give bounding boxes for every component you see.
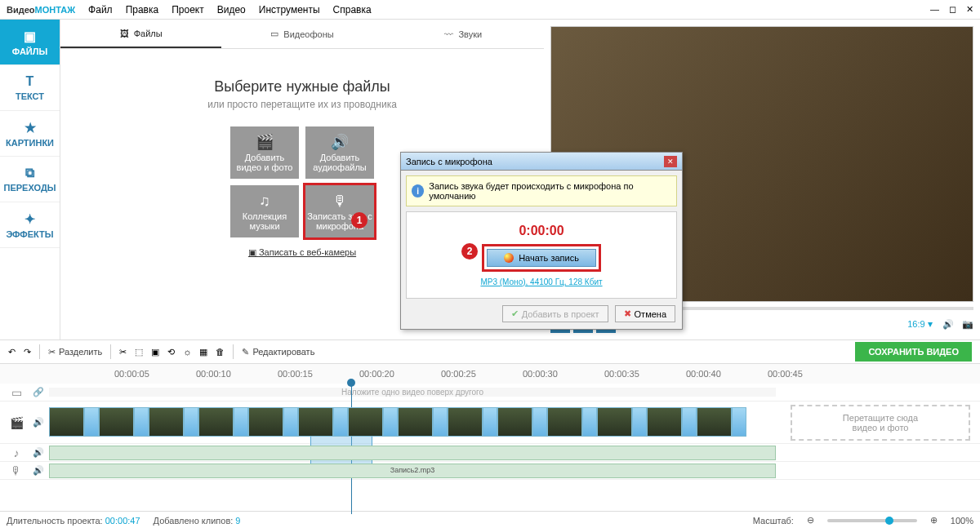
menu-video[interactable]: Видео — [217, 4, 246, 16]
link-icon[interactable]: 🔗 — [33, 387, 49, 397]
record-mic-tile[interactable]: 🎙Записать звук с микрофона — [305, 185, 374, 237]
zoom-slider[interactable] — [827, 519, 917, 522]
menu-tools[interactable]: Инструменты — [259, 4, 320, 16]
record-timer: 0:00:00 — [519, 224, 564, 238]
transition[interactable] — [532, 407, 547, 437]
format-link[interactable]: MP3 (Моно), 44100 Гц, 128 Кбит — [480, 277, 602, 286]
cut-icon[interactable]: ✂ — [119, 347, 127, 357]
undo-icon[interactable]: ↶ — [8, 347, 16, 357]
sidebar-pictures[interactable]: ★КАРТИНКИ — [0, 111, 60, 157]
choose-files-sub: или просто перетащите их из проводника — [207, 99, 397, 110]
transition[interactable] — [184, 407, 198, 437]
aspect-ratio[interactable]: 16:9 ▾ — [907, 318, 933, 330]
sidebar-files[interactable]: ▣ФАЙЛЫ — [0, 20, 60, 65]
clip[interactable]: 2,0 — [647, 407, 682, 437]
menu-edit[interactable]: Правка — [126, 4, 159, 16]
overlay-drop-hint[interactable]: Наложите одно видео поверх другого — [49, 388, 776, 397]
clip[interactable]: 2,0 — [348, 407, 383, 437]
audio-clip[interactable] — [49, 446, 776, 460]
clip[interactable]: 2,0 — [497, 407, 532, 437]
transition[interactable] — [383, 407, 398, 437]
crop-icon[interactable]: ⬚ — [135, 347, 143, 357]
save-video-button[interactable]: СОХРАНИТЬ ВИДЕО — [855, 342, 972, 362]
timeline-ruler[interactable]: 00:00:05 00:00:10 00:00:15 00:00:20 00:0… — [0, 364, 980, 384]
clip[interactable]: 2,0 — [597, 407, 632, 437]
picture-icon: 🖼 — [120, 29, 129, 38]
cancel-icon: ✖ — [624, 308, 631, 319]
menu-help[interactable]: Справка — [333, 4, 372, 16]
minimize-icon[interactable]: — — [930, 4, 939, 15]
mic-track-icon: 🎙 — [0, 464, 33, 477]
volume-icon[interactable]: 🔊 — [942, 319, 954, 330]
clips-count-label: Добавлено клипов: 9 — [154, 516, 241, 526]
start-record-button[interactable]: Начать запись — [487, 249, 596, 267]
clip[interactable]: 2,0 — [198, 407, 234, 437]
rotate-icon[interactable]: ⟲ — [167, 347, 175, 357]
transition[interactable] — [134, 407, 149, 437]
redo-icon[interactable]: ↷ — [24, 347, 31, 357]
snapshot-icon[interactable]: 📷 — [962, 319, 973, 330]
clip[interactable]: 2,0 — [99, 407, 134, 437]
transition[interactable] — [333, 407, 348, 437]
tab-backgrounds[interactable]: ▭Видеофоны — [221, 20, 382, 48]
zoom-in-button[interactable]: ⊕ — [930, 515, 938, 526]
grid-icon[interactable]: ▦ — [199, 347, 207, 357]
record-webcam-link[interactable]: ▣ Записать с веб-камеры — [248, 247, 356, 258]
speaker-icon[interactable]: 🔊 — [33, 447, 49, 458]
video-clips-track[interactable]: 2,0 2,0 2,0 2,0 2,0 2,0 2,0 2,0 2,0 2,0 … — [49, 407, 791, 438]
video-drop-zone[interactable]: Перетащите сюдавидео и фото — [791, 405, 970, 441]
clip[interactable]: 2,0 — [149, 407, 184, 437]
clip[interactable]: 2,0 — [547, 407, 582, 437]
sidebar-transitions[interactable]: ⧉ПЕРЕХОДЫ — [0, 157, 60, 202]
trash-icon[interactable]: 🗑 — [216, 347, 225, 357]
transition[interactable] — [732, 407, 746, 437]
music-collection-tile[interactable]: ♫Коллекция музыки — [230, 185, 299, 237]
add-to-project-button[interactable]: ✔Добавить в проект — [502, 305, 608, 322]
edit-icon: ✎ — [242, 347, 249, 357]
close-icon[interactable]: ✕ — [966, 4, 973, 15]
transition[interactable] — [283, 407, 298, 437]
transition[interactable] — [234, 407, 248, 437]
choose-files-title: Выберите нужные файлы — [214, 78, 390, 95]
zoom-out-button[interactable]: ⊖ — [807, 515, 814, 526]
clapper-icon: 🎬 — [256, 133, 274, 151]
edit-button[interactable]: ✎Редактировать — [242, 347, 314, 357]
clip[interactable]: 2,0 — [248, 407, 283, 437]
sidebar-text[interactable]: TТЕКСТ — [0, 65, 60, 111]
film-icon: ▭ — [270, 29, 278, 39]
frame-icon[interactable]: ▣ — [151, 347, 159, 357]
mic-icon: 🎙 — [332, 193, 347, 210]
transition[interactable] — [582, 407, 597, 437]
transition[interactable] — [433, 407, 448, 437]
add-video-photo-tile[interactable]: 🎬Добавить видео и фото — [230, 126, 299, 179]
clip[interactable]: 2,0 — [697, 407, 732, 437]
app-logo: ВидеоМОНТАЖ — [7, 3, 75, 16]
transition[interactable] — [682, 407, 697, 437]
record-mic-dialog: Запись с микрофона✕ iЗапись звука будет … — [400, 152, 683, 330]
clip[interactable]: 2,0 — [448, 407, 483, 437]
menu-file[interactable]: Файл — [88, 4, 113, 16]
speaker-icon[interactable]: 🔊 — [33, 465, 49, 476]
maximize-icon[interactable]: ◻ — [949, 4, 956, 15]
sidebar-effects[interactable]: ✦ЭФФЕКТЫ — [0, 202, 60, 248]
tab-sounds[interactable]: 〰Звуки — [383, 20, 544, 48]
clip[interactable]: 2,0 — [398, 407, 433, 437]
scissors-icon: ✂ — [48, 347, 56, 357]
clip[interactable]: 2,0 — [49, 407, 84, 437]
step-badge-1: 1 — [351, 212, 368, 229]
transition[interactable] — [483, 407, 497, 437]
transition[interactable] — [84, 407, 99, 437]
cancel-button[interactable]: ✖Отмена — [615, 305, 675, 322]
tab-files[interactable]: 🖼Файлы — [60, 20, 221, 48]
mic-clip[interactable]: Запись2.mp3 — [49, 464, 776, 478]
speaker-icon: 🔊 — [331, 133, 349, 151]
dialog-close-button[interactable]: ✕ — [664, 156, 677, 167]
menu-project[interactable]: Проект — [172, 4, 204, 16]
clip[interactable]: 2,0 — [298, 407, 333, 437]
transition[interactable] — [632, 407, 647, 437]
brightness-icon[interactable]: ☼ — [183, 347, 191, 357]
add-audio-tile[interactable]: 🔊Добавить аудиофайлы — [305, 126, 374, 179]
split-button[interactable]: ✂Разделить — [48, 347, 102, 357]
image-icon: ▣ — [24, 29, 36, 44]
speaker-icon[interactable]: 🔊 — [33, 417, 49, 428]
